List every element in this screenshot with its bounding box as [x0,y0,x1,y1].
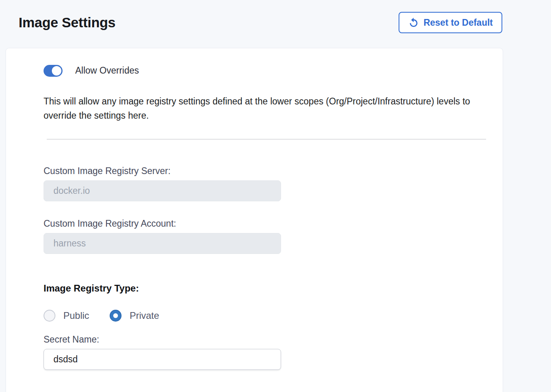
radio-option-private[interactable]: Private [110,310,159,322]
registry-server-label: Custom Image Registry Server: [44,166,503,176]
toggle-knob [52,66,61,76]
registry-account-input [44,233,281,254]
reset-button-label: Reset to Default [424,17,493,28]
allow-overrides-label: Allow Overrides [75,65,139,76]
private-radio-label: Private [129,310,159,321]
allow-overrides-row: Allow Overrides [44,64,503,77]
reset-to-default-button[interactable]: Reset to Default [399,12,502,33]
secret-name-input[interactable] [44,349,281,370]
reset-icon [408,17,419,28]
settings-card: Allow Overrides This will allow any imag… [6,48,503,392]
radio-option-public[interactable]: Public [44,310,89,322]
secret-name-label: Secret Name: [44,334,503,345]
registry-type-label: Image Registry Type: [44,283,503,294]
section-divider [47,139,486,140]
page-header: Image Settings Reset to Default [0,0,551,33]
page-title: Image Settings [18,15,116,30]
public-radio-button[interactable] [44,310,55,322]
public-radio-label: Public [63,310,89,321]
image-settings-page: Image Settings Reset to Default Allow Ov… [0,0,551,392]
private-radio-button[interactable] [110,310,122,322]
registry-account-label: Custom Image Registry Account: [44,218,503,229]
registry-server-input [44,180,281,201]
registry-type-radio-group: Public Private [44,310,503,322]
overrides-description: This will allow any image registry setti… [44,94,485,123]
allow-overrides-toggle[interactable] [44,65,63,77]
